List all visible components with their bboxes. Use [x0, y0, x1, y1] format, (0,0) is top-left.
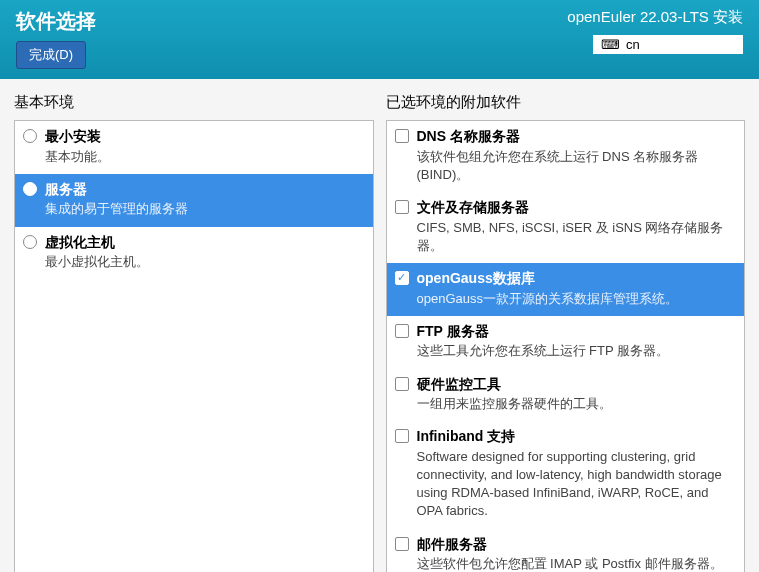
radio-icon: [23, 129, 37, 143]
option-title: 虚拟化主机: [45, 233, 365, 253]
checkbox-icon: [395, 200, 409, 214]
done-button[interactable]: 完成(D): [16, 41, 86, 69]
option-text: 最小安装基本功能。: [45, 127, 365, 166]
option-text: 硬件监控工具一组用来监控服务器硬件的工具。: [417, 375, 737, 414]
base-env-option[interactable]: 服务器集成的易于管理的服务器: [15, 174, 373, 227]
addons-column: 已选环境的附加软件 DNS 名称服务器该软件包组允许您在系统上运行 DNS 名称…: [386, 93, 746, 572]
option-text: 邮件服务器这些软件包允许您配置 IMAP 或 Postfix 邮件服务器。: [417, 535, 737, 572]
header: 软件选择 完成(D) openEuler 22.03-LTS 安装 ⌨ cn: [0, 0, 759, 79]
option-desc: 一组用来监控服务器硬件的工具。: [417, 395, 737, 413]
addon-option[interactable]: Infiniband 支持Software designed for suppo…: [387, 421, 745, 528]
language-code: cn: [626, 37, 640, 52]
header-left: 软件选择 完成(D): [16, 8, 96, 69]
option-text: FTP 服务器这些工具允许您在系统上运行 FTP 服务器。: [417, 322, 737, 361]
option-title: 邮件服务器: [417, 535, 737, 555]
addon-option[interactable]: 硬件监控工具一组用来监控服务器硬件的工具。: [387, 369, 745, 422]
addon-option[interactable]: 邮件服务器这些软件包允许您配置 IMAP 或 Postfix 邮件服务器。: [387, 529, 745, 572]
language-selector[interactable]: ⌨ cn: [593, 35, 743, 54]
base-env-list[interactable]: 最小安装基本功能。服务器集成的易于管理的服务器虚拟化主机最小虚拟化主机。: [14, 120, 374, 572]
distro-label: openEuler 22.03-LTS 安装: [567, 8, 743, 27]
option-desc: CIFS, SMB, NFS, iSCSI, iSER 及 iSNS 网络存储服…: [417, 219, 737, 255]
addon-option[interactable]: FTP 服务器这些工具允许您在系统上运行 FTP 服务器。: [387, 316, 745, 369]
option-title: openGauss数据库: [417, 269, 737, 289]
keyboard-icon: ⌨: [601, 37, 620, 52]
option-text: 虚拟化主机最小虚拟化主机。: [45, 233, 365, 272]
checkbox-icon: [395, 324, 409, 338]
checkbox-icon: [395, 537, 409, 551]
option-desc: openGauss一款开源的关系数据库管理系统。: [417, 290, 737, 308]
checkbox-icon: ✓: [395, 271, 409, 285]
option-desc: Software designed for supporting cluster…: [417, 448, 737, 521]
option-title: 最小安装: [45, 127, 365, 147]
addon-option[interactable]: 文件及存储服务器CIFS, SMB, NFS, iSCSI, iSER 及 iS…: [387, 192, 745, 263]
option-title: Infiniband 支持: [417, 427, 737, 447]
option-title: 硬件监控工具: [417, 375, 737, 395]
page-title: 软件选择: [16, 8, 96, 35]
base-env-option[interactable]: 最小安装基本功能。: [15, 121, 373, 174]
option-desc: 基本功能。: [45, 148, 365, 166]
addons-title: 已选环境的附加软件: [386, 93, 746, 112]
option-desc: 最小虚拟化主机。: [45, 253, 365, 271]
option-desc: 这些工具允许您在系统上运行 FTP 服务器。: [417, 342, 737, 360]
base-env-title: 基本环境: [14, 93, 374, 112]
option-text: openGauss数据库openGauss一款开源的关系数据库管理系统。: [417, 269, 737, 308]
option-title: 服务器: [45, 180, 365, 200]
option-title: 文件及存储服务器: [417, 198, 737, 218]
option-desc: 集成的易于管理的服务器: [45, 200, 365, 218]
base-environment-column: 基本环境 最小安装基本功能。服务器集成的易于管理的服务器虚拟化主机最小虚拟化主机…: [14, 93, 374, 572]
checkbox-icon: [395, 129, 409, 143]
checkbox-icon: [395, 377, 409, 391]
option-title: FTP 服务器: [417, 322, 737, 342]
checkbox-icon: [395, 429, 409, 443]
option-title: DNS 名称服务器: [417, 127, 737, 147]
option-text: 文件及存储服务器CIFS, SMB, NFS, iSCSI, iSER 及 iS…: [417, 198, 737, 255]
content: 基本环境 最小安装基本功能。服务器集成的易于管理的服务器虚拟化主机最小虚拟化主机…: [0, 79, 759, 572]
radio-icon: [23, 182, 37, 196]
option-text: DNS 名称服务器该软件包组允许您在系统上运行 DNS 名称服务器(BIND)。: [417, 127, 737, 184]
header-right: openEuler 22.03-LTS 安装 ⌨ cn: [567, 8, 743, 54]
radio-icon: [23, 235, 37, 249]
option-text: Infiniband 支持Software designed for suppo…: [417, 427, 737, 520]
addon-option[interactable]: ✓openGauss数据库openGauss一款开源的关系数据库管理系统。: [387, 263, 745, 316]
option-desc: 该软件包组允许您在系统上运行 DNS 名称服务器(BIND)。: [417, 148, 737, 184]
option-desc: 这些软件包允许您配置 IMAP 或 Postfix 邮件服务器。: [417, 555, 737, 572]
option-text: 服务器集成的易于管理的服务器: [45, 180, 365, 219]
addon-option[interactable]: DNS 名称服务器该软件包组允许您在系统上运行 DNS 名称服务器(BIND)。: [387, 121, 745, 192]
addons-list[interactable]: DNS 名称服务器该软件包组允许您在系统上运行 DNS 名称服务器(BIND)。…: [386, 120, 746, 572]
base-env-option[interactable]: 虚拟化主机最小虚拟化主机。: [15, 227, 373, 280]
